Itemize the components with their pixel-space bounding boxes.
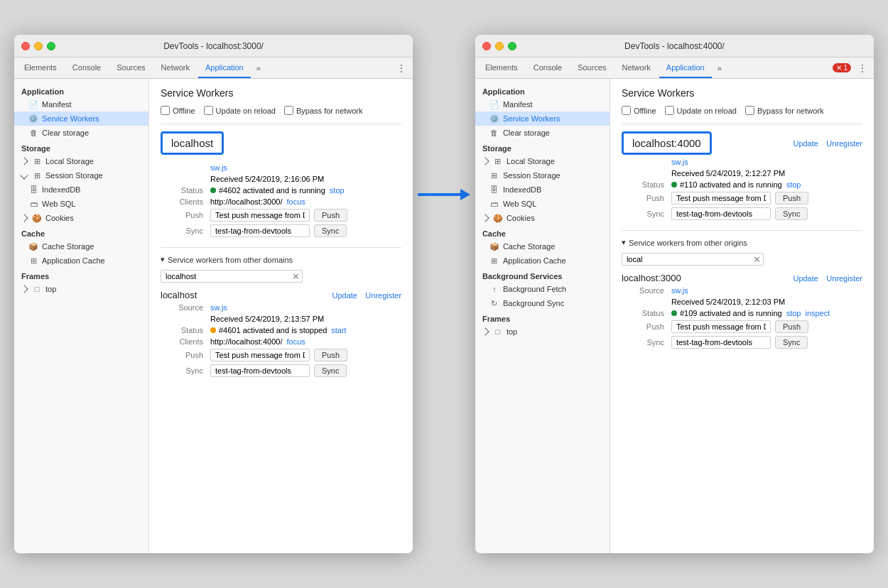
sidebar-item-indexeddb-1[interactable]: 🗄 IndexedDB (14, 183, 148, 197)
close-button-2[interactable] (482, 42, 491, 50)
other-focus-link-1[interactable]: focus (287, 337, 305, 346)
tab-application-1[interactable]: Application (198, 58, 251, 78)
sidebar-item-top-2[interactable]: □ top (475, 325, 610, 339)
update-reload-option-2[interactable]: Update on reload (665, 106, 737, 115)
tab-elements-2[interactable]: Elements (478, 58, 525, 78)
offline-checkbox-1[interactable] (161, 106, 170, 115)
other-stop-link-2[interactable]: stop (786, 309, 801, 317)
other-start-link-1[interactable]: start (331, 326, 346, 334)
tab-network-2[interactable]: Network (615, 58, 658, 78)
sidebar-item-cachestorage-2[interactable]: 📦 Cache Storage (475, 239, 610, 254)
filter-clear-1[interactable]: ✕ (292, 272, 300, 281)
tab-application-label-2: Application (666, 63, 705, 72)
tabs-more-2[interactable]: » (713, 58, 726, 78)
tabs-menu-1[interactable]: ⋮ (393, 58, 410, 78)
filter-clear-2[interactable]: ✕ (753, 255, 761, 264)
other-update-link-2[interactable]: Update (793, 274, 818, 283)
other-push-button-1[interactable]: Push (314, 349, 347, 361)
sidebar-item-cookies-2[interactable]: 🍪 Cookies (475, 211, 610, 225)
sidebar-item-manifest-2[interactable]: 📄 Manifest (475, 97, 610, 111)
close-button-1[interactable] (21, 42, 30, 50)
stop-link-2[interactable]: stop (786, 180, 801, 189)
sidebar-item-indexeddb-2[interactable]: 🗄 IndexedDB (475, 183, 610, 197)
other-source-link-2[interactable]: sw.js (671, 286, 688, 295)
sidebar-item-bgsync-2[interactable]: ↻ Background Sync (475, 296, 610, 310)
sidebar-item-bgfetch-2[interactable]: ↑ Background Fetch (475, 282, 610, 296)
update-reload-option-1[interactable]: Update on reload (204, 106, 276, 115)
other-push-input-1[interactable] (210, 349, 310, 361)
sidebar-item-cachestorage-1[interactable]: 📦 Cache Storage (14, 239, 148, 254)
tab-network-1[interactable]: Network (154, 58, 197, 78)
sidebar-item-serviceworkers-1[interactable]: ⚙️ Service Workers (14, 111, 148, 126)
minimize-button-1[interactable] (34, 42, 43, 50)
minimize-button-2[interactable] (495, 42, 504, 50)
filter-input-2[interactable] (622, 253, 764, 266)
bypass-checkbox-1[interactable] (284, 106, 293, 115)
sidebar-item-localstorage-1[interactable]: ⊞ Local Storage (14, 154, 148, 168)
unregister-link-1[interactable]: Unregister (365, 291, 401, 300)
sidebar-item-clearstorage-1[interactable]: 🗑 Clear storage (14, 126, 148, 140)
update-link-2[interactable]: Update (793, 139, 818, 148)
tab-application-2[interactable]: Application (659, 58, 712, 78)
sidebar-item-cookies-1[interactable]: 🍪 Cookies (14, 211, 148, 225)
bypass-option-2[interactable]: Bypass for network (745, 106, 824, 115)
collapse-icon-2[interactable]: ▾ (622, 238, 626, 247)
tab-console-1[interactable]: Console (65, 58, 108, 78)
sw-received-row-1: Received 5/24/2019, 2:16:06 PM (161, 175, 401, 183)
push-input-2[interactable] (671, 192, 771, 205)
bypass-checkbox-2[interactable] (745, 106, 754, 115)
sync-button-2[interactable]: Sync (775, 207, 808, 220)
sidebar-item-sessionstorage-2[interactable]: ⊞ Session Storage (475, 168, 610, 183)
sidebar-item-appcache-1[interactable]: ⊞ Application Cache (14, 254, 148, 268)
other-unregister-link-2[interactable]: Unregister (826, 274, 862, 283)
other-inspect-link-2[interactable]: inspect (805, 309, 830, 317)
other-push-input-2[interactable] (671, 320, 771, 333)
sidebar-item-websql-1[interactable]: 🗃 Web SQL (14, 197, 148, 211)
update-reload-checkbox-1[interactable] (204, 106, 213, 115)
filter-input-1[interactable] (161, 270, 303, 283)
other-sync-button-2[interactable]: Sync (775, 336, 808, 349)
other-sync-input-2[interactable] (671, 336, 771, 349)
tab-elements-1[interactable]: Elements (17, 58, 64, 78)
source-link-1[interactable]: sw.js (210, 163, 227, 172)
other-push-button-2[interactable]: Push (775, 320, 808, 333)
tabs-menu-2[interactable]: ⋮ (854, 63, 871, 73)
sidebar-item-appcache-2[interactable]: ⊞ Application Cache (475, 254, 610, 268)
push-button-1[interactable]: Push (314, 209, 347, 222)
focus-link-1[interactable]: focus (287, 197, 305, 206)
source-link-2[interactable]: sw.js (671, 158, 688, 166)
sidebar-item-clearstorage-2[interactable]: 🗑 Clear storage (475, 126, 610, 140)
sidebar-item-manifest-1[interactable]: 📄 Manifest (14, 97, 148, 111)
tab-sources-1[interactable]: Sources (109, 58, 152, 78)
stop-link-1[interactable]: stop (330, 186, 345, 195)
sidebar-item-sessionstorage-1[interactable]: ⊞ Session Storage (14, 168, 148, 183)
sync-button-1[interactable]: Sync (314, 224, 347, 237)
push-button-2[interactable]: Push (775, 192, 808, 205)
other-sync-button-1[interactable]: Sync (314, 364, 347, 377)
sidebar-item-serviceworkers-2[interactable]: ⚙️ Service Workers (475, 111, 610, 126)
tab-sources-2[interactable]: Sources (570, 58, 613, 78)
update-link-1[interactable]: Update (332, 291, 357, 300)
maximize-button-1[interactable] (47, 42, 55, 50)
bypass-option-1[interactable]: Bypass for network (284, 106, 363, 115)
sidebar-cookies-label-2: Cookies (507, 214, 535, 222)
tabs-more-1[interactable]: » (252, 58, 265, 78)
collapse-icon-1[interactable]: ▾ (161, 255, 165, 264)
appcache-icon-1: ⊞ (28, 256, 38, 266)
other-source-link-1[interactable]: sw.js (210, 303, 227, 312)
offline-option-2[interactable]: Offline (622, 106, 656, 115)
sidebar-item-websql-2[interactable]: 🗃 Web SQL (475, 197, 610, 211)
tab-console-2[interactable]: Console (526, 58, 569, 78)
unregister-link-2[interactable]: Unregister (826, 139, 862, 148)
sync-input-2[interactable] (671, 207, 771, 220)
maximize-button-2[interactable] (508, 42, 516, 50)
sidebar-item-localstorage-2[interactable]: ⊞ Local Storage (475, 154, 610, 168)
sync-input-1[interactable] (210, 224, 310, 237)
other-sync-input-1[interactable] (210, 364, 310, 377)
sw-clients-row-1: Clients http://localhost:3000/ focus (161, 197, 401, 206)
push-input-1[interactable] (210, 209, 310, 222)
update-reload-checkbox-2[interactable] (665, 106, 674, 115)
sidebar-item-top-1[interactable]: □ top (14, 282, 148, 296)
offline-option-1[interactable]: Offline (161, 106, 195, 115)
offline-checkbox-2[interactable] (622, 106, 631, 115)
